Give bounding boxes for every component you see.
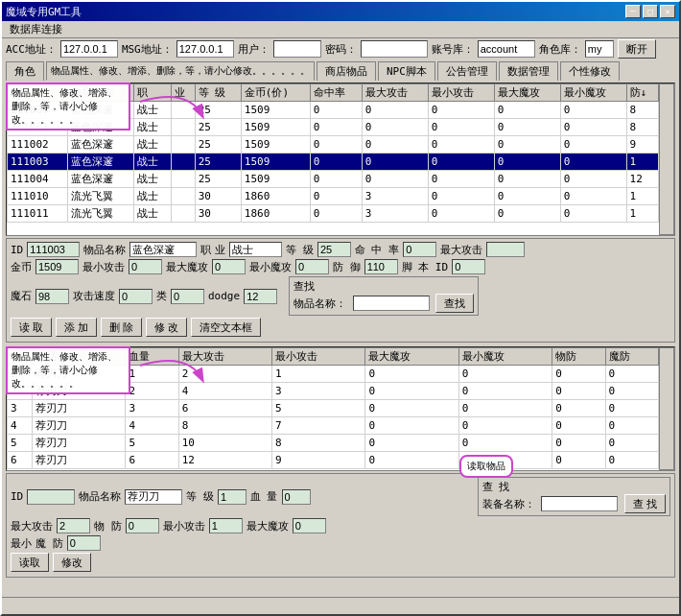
col-maxmag: 最大魔攻 — [494, 84, 560, 102]
foot-label: 脚 本 ID — [402, 260, 449, 274]
dodge-label: dodge — [208, 290, 240, 302]
table-row[interactable]: 4 荐刃刀 4 8 7 0 0 0 0 — [8, 417, 659, 435]
bname-input[interactable] — [125, 489, 182, 505]
clear-button[interactable]: 清空文本框 — [191, 318, 261, 337]
window-title: 魔域专用GM工具 — [6, 5, 82, 19]
msg-label: MSG地址： — [122, 42, 173, 57]
minmag-input[interactable] — [295, 259, 329, 274]
tab-personal[interactable]: 个性修改 — [560, 61, 620, 81]
bcol-hp: 血量 — [126, 348, 178, 366]
search-name-label: 物品名称： — [294, 297, 346, 310]
tab-shop[interactable]: 商店物品 — [317, 61, 376, 81]
minimize-button[interactable]: ─ — [625, 5, 641, 18]
minatk-input[interactable] — [129, 259, 162, 274]
table-row[interactable]: 3 荐刃刀 3 6 5 0 0 0 0 — [8, 400, 659, 417]
connect-button[interactable]: 断开 — [618, 39, 656, 59]
bsearch-label: 查 找 — [482, 481, 510, 493]
dodge-input[interactable] — [244, 289, 277, 304]
job2-label: 业 — [215, 243, 225, 257]
role-input[interactable] — [585, 40, 614, 58]
def-input[interactable] — [364, 259, 398, 274]
table-row[interactable]: 111010 流光飞翼 战士 30 1860 0 3 0 0 0 1 — [8, 188, 659, 205]
magic-input[interactable] — [35, 289, 69, 304]
level-input[interactable] — [317, 242, 351, 257]
table-row[interactable]: 111011 流光飞翼 战士 30 1860 0 3 0 0 0 1 — [8, 205, 659, 223]
account-input[interactable] — [478, 40, 535, 58]
col-level: 等 级 — [195, 84, 241, 102]
minatk-label: 最小攻击 — [82, 260, 125, 274]
bcol-minatk: 最小攻击 — [272, 348, 365, 366]
add-button[interactable]: 添 加 — [56, 318, 97, 337]
msg-input[interactable] — [176, 40, 234, 58]
gold-input[interactable] — [35, 259, 79, 274]
bottom-scrollbar[interactable] — [659, 347, 674, 470]
top-form-row1: ID 物品名称 职 业 等 级 命 中 率 最大攻击 — [11, 242, 670, 257]
bread-button[interactable]: 读取 — [11, 553, 49, 572]
bmaxatk-input[interactable] — [57, 518, 90, 533]
tab-announce[interactable]: 公告管理 — [437, 61, 497, 81]
col-def: 防↓ — [626, 84, 658, 102]
maxatk-label: 最大攻击 — [440, 243, 482, 257]
table-row[interactable]: 6 荐刃刀 6 12 9 0 0 0 0 — [8, 452, 659, 469]
table-row[interactable]: 111004 蓝色深邃 战士 25 1509 0 0 0 0 0 12 — [8, 171, 659, 188]
tab-item[interactable]: 物品属性、修改、增添、删除，等，请小心修改。。。。。。 — [46, 61, 315, 81]
search-button[interactable]: 查找 — [435, 294, 474, 313]
bcol-minmag: 最小魔攻 — [458, 348, 552, 366]
bminatk-input[interactable] — [209, 518, 243, 533]
bpdef-input[interactable] — [126, 518, 159, 533]
col-gold: 金币(价) — [241, 84, 310, 102]
menu-bar: 数据库连接 — [2, 21, 679, 38]
tab-npc[interactable]: NPC脚本 — [378, 61, 435, 81]
bmdef-label: 魔 防 — [35, 536, 63, 551]
search-section: 查找 物品名称： 查找 — [289, 276, 479, 316]
bcol-maxatk: 最大攻击 — [178, 348, 271, 366]
top-annotation-text: 物品属性、修改、增添、删除，等，请小心修改。。。。。。 — [12, 87, 117, 125]
bottom-form-row3: 最小 魔 防 — [11, 535, 670, 551]
delete-button[interactable]: 删 除 — [101, 318, 142, 337]
modify-button[interactable]: 修 改 — [146, 318, 187, 337]
top-annotation-box: 物品属性、修改、增添、删除，等，请小心修改。。。。。。 — [6, 83, 130, 130]
hit-input[interactable] — [403, 242, 436, 257]
search-label: 查找 — [294, 280, 315, 293]
bcol-mdef: 魔防 — [605, 348, 658, 366]
bequip-input[interactable] — [541, 496, 618, 511]
user-input[interactable] — [273, 40, 321, 58]
top-scrollbar[interactable] — [659, 83, 674, 235]
maximize-button[interactable]: □ — [643, 5, 658, 18]
type-label: 类 — [156, 289, 167, 303]
table-row[interactable]: 5 荐刃刀 5 10 8 0 0 0 0 — [8, 435, 659, 452]
speed-input[interactable] — [119, 289, 153, 304]
bid-input[interactable] — [27, 489, 75, 505]
foot-input[interactable] — [452, 259, 485, 274]
job-input[interactable] — [229, 242, 282, 257]
bmodify-button[interactable]: 修改 — [53, 553, 91, 572]
tab-role[interactable]: 角色 — [6, 61, 44, 81]
maxatk-input[interactable] — [486, 242, 525, 257]
def-label: 防 御 — [333, 260, 361, 274]
bmdef-input[interactable] — [67, 535, 101, 551]
table-row[interactable]: 111002 蓝色深邃 战士 25 1509 0 0 0 0 0 9 — [8, 136, 659, 154]
id-input[interactable] — [27, 242, 80, 257]
type-input[interactable] — [171, 289, 204, 304]
bmaxmag-input[interactable] — [293, 518, 326, 533]
read-button[interactable]: 读 取 — [11, 318, 52, 337]
bottom-form-row1: ID 物品名称 等 级 血 量 读取物品 查 找 装备名称： — [11, 477, 670, 516]
maxmag-input[interactable] — [212, 259, 246, 274]
menu-item-db[interactable]: 数据库连接 — [6, 22, 66, 36]
blevel-label: 等 级 — [186, 489, 214, 504]
bsearch-button[interactable]: 查 找 — [624, 494, 666, 513]
main-window: 魔域专用GM工具 ─ □ ✕ 数据库连接 ACC地址： MSG地址： 用户： 密… — [0, 0, 681, 616]
table-row[interactable]: 111003 蓝色深邃 战士 25 1509 0 0 0 0 0 1 — [8, 154, 659, 171]
name-input[interactable] — [129, 242, 197, 257]
close-button[interactable]: ✕ — [660, 5, 675, 18]
search-name-input[interactable] — [353, 296, 430, 311]
blevel-input[interactable] — [218, 489, 247, 505]
bhp-input[interactable] — [282, 489, 311, 505]
tab-data[interactable]: 数据管理 — [499, 61, 558, 81]
bottom-annotation-box: 物品属性、修改、增添、删除，等，请小心修改。。。。。。 — [6, 346, 130, 394]
name-label: 物品名称 — [83, 243, 126, 257]
bmaxmag-label: 最大魔攻 — [247, 519, 289, 533]
acc-input[interactable] — [60, 40, 118, 58]
pwd-input[interactable] — [361, 40, 428, 58]
user-label: 用户： — [238, 42, 270, 57]
